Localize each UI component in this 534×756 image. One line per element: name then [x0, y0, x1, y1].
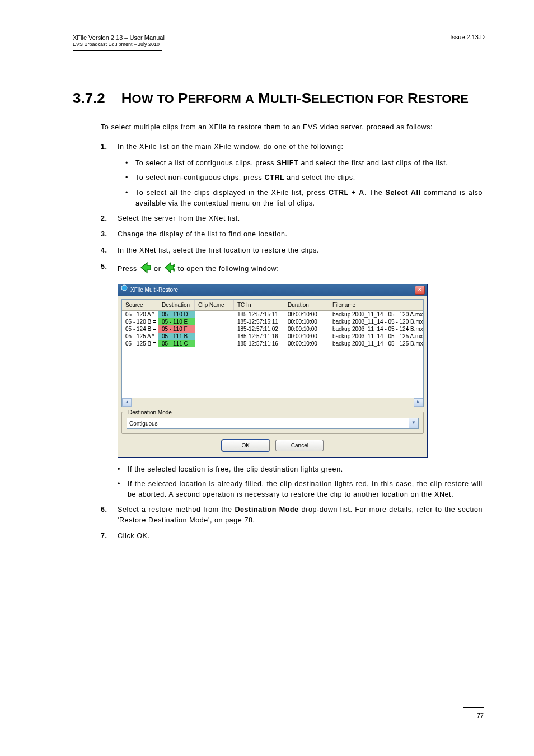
step-1: 1. In the XFile list on the main XFile w… — [101, 142, 483, 152]
step-4: 4. In the XNet list, select the first lo… — [101, 245, 483, 256]
step-7: 7. Click OK. — [101, 531, 483, 542]
intro-paragraph: To select multiple clips from an XFile t… — [101, 122, 483, 133]
bullet-ctrl-a: • To select all the clips displayed in t… — [125, 188, 483, 209]
scroll-right-icon[interactable]: ► — [414, 398, 423, 407]
table-row[interactable]: 05 - 125 B = 05 - 111 C 185-12:57:11:16 … — [122, 340, 423, 347]
step-3: 3. Change the display of the list to fin… — [101, 229, 483, 240]
post-dialog-bullets: • If the selected location is free, the … — [118, 464, 483, 500]
product-title: XFile Version 2.13 – User Manual — [73, 34, 165, 41]
step-6: 6. Select a restore method from the Dest… — [101, 505, 483, 526]
header-left-rule — [73, 50, 162, 51]
table-header: Source Destination Clip Name TC In Durat… — [122, 300, 423, 311]
step1-bullets: • To select a list of contiguous clips, … — [125, 158, 483, 209]
group-label: Destination Mode — [127, 408, 174, 417]
table-empty-area — [122, 347, 423, 398]
close-icon[interactable]: ✕ — [415, 286, 425, 295]
chevron-down-icon[interactable]: ▼ — [409, 418, 418, 428]
dialog-title: XFile Multi-Restore — [130, 284, 178, 296]
step-2: 2. Select the server from the XNet list. — [101, 213, 483, 224]
destination-mode-dropdown[interactable]: Contiguous ▼ — [127, 418, 419, 429]
table-row[interactable]: 05 - 120 B = 05 - 110 E 185-12:57:15:11 … — [122, 318, 423, 325]
col-clipname[interactable]: Clip Name — [195, 300, 234, 310]
dialog-titlebar: XFile Multi-Restore ✕ — [118, 284, 427, 296]
cancel-button[interactable]: Cancel — [275, 440, 324, 451]
svg-rect-2 — [174, 264, 175, 267]
app-icon — [120, 284, 128, 296]
clip-table[interactable]: Source Destination Clip Name TC In Durat… — [121, 299, 424, 407]
horizontal-scrollbar[interactable]: ◄ ► — [122, 398, 423, 407]
scroll-left-icon[interactable]: ◄ — [122, 398, 132, 407]
table-row[interactable]: 05 - 120 A * 05 - 110 D 185-12:57:15:11 … — [122, 311, 423, 318]
page: XFile Version 2.13 – User Manual EVS Bro… — [0, 0, 534, 756]
table-row[interactable]: 05 - 125 A * 05 - 111 B 185-12:57:11:16 … — [122, 333, 423, 340]
footer-rule — [463, 707, 484, 708]
svg-marker-0 — [141, 263, 151, 273]
col-destination[interactable]: Destination — [158, 300, 195, 310]
table-row[interactable]: 05 - 124 B = 05 - 110 F 185-12:57:11:02 … — [122, 325, 423, 333]
bullet-red: • If the selected location is already fi… — [118, 479, 483, 500]
col-source[interactable]: Source — [122, 300, 158, 310]
svg-marker-1 — [165, 263, 174, 273]
header-right-rule — [470, 43, 485, 43]
destination-mode-group: Destination Mode Contiguous ▼ — [121, 412, 424, 434]
arrow-left-icon — [139, 262, 152, 277]
header-right: Issue 2.13.D — [450, 34, 485, 40]
section-heading: 3.7.2 HOW TO PERFORM A MULTI-SELECTION F… — [73, 90, 469, 107]
col-filename[interactable]: Filename — [329, 300, 423, 310]
ok-button[interactable]: OK — [222, 440, 270, 451]
header-left: XFile Version 2.13 – User Manual EVS Bro… — [73, 34, 165, 48]
svg-point-4 — [121, 285, 127, 291]
section-number: 3.7.2 — [73, 90, 105, 106]
col-duration[interactable]: Duration — [284, 300, 329, 310]
bullet-shift: • To select a list of contiguous clips, … — [125, 158, 483, 169]
col-tcin[interactable]: TC In — [234, 300, 284, 310]
bullet-ctrl: • To select non-contiguous clips, press … — [125, 172, 483, 183]
dialog-body: Source Destination Clip Name TC In Durat… — [118, 296, 427, 457]
xfile-multirestore-dialog: XFile Multi-Restore ✕ Source Destination… — [118, 284, 428, 458]
dropdown-value: Contiguous — [127, 418, 409, 428]
page-number: 77 — [477, 712, 484, 719]
button-row: OK Cancel — [121, 440, 424, 451]
arrow-left-multi-icon — [163, 262, 176, 277]
dialog-screenshot: XFile Multi-Restore ✕ Source Destination… — [118, 284, 483, 458]
body-content: To select multiple clips from an XFile t… — [101, 122, 483, 547]
company-date: EVS Broadcast Equipment – July 2010 — [73, 41, 165, 48]
step-5: 5. Press or to open the following window… — [101, 262, 483, 277]
bullet-green: • If the selected location is free, the … — [118, 464, 483, 475]
svg-rect-3 — [174, 269, 175, 271]
